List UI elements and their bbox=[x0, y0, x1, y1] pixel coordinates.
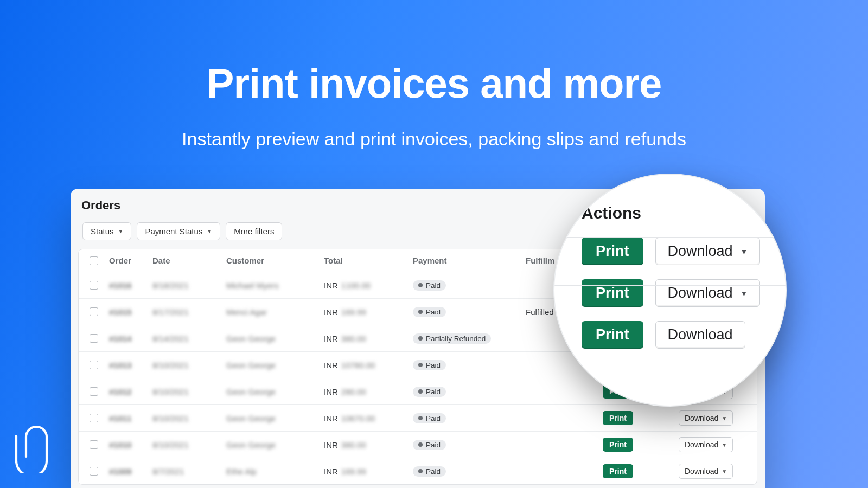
cell-total: INR169.99 bbox=[324, 307, 413, 317]
cell-total: INR1100.00 bbox=[324, 281, 413, 290]
cell-order: #1011 bbox=[109, 414, 152, 423]
chevron-down-icon: ▼ bbox=[741, 247, 748, 256]
download-button[interactable]: Download ▼ bbox=[679, 437, 733, 452]
promo-frame: Print invoices and more Instantly previe… bbox=[0, 0, 868, 488]
cell-payment: Partially Refunded bbox=[413, 333, 526, 344]
lens-row: Print Download ▼ bbox=[582, 237, 786, 265]
cell-customer: Geon George bbox=[226, 414, 324, 423]
status-dot-icon bbox=[418, 416, 423, 420]
filter-more-label: More filters bbox=[234, 227, 274, 236]
status-dot-icon bbox=[418, 389, 423, 394]
hero-block: Print invoices and more Instantly previe… bbox=[0, 0, 868, 150]
zoom-lens: Actions Print Download ▼ Print Download … bbox=[553, 174, 787, 407]
cell-customer: Ethe Alp bbox=[226, 467, 324, 476]
status-dot-icon bbox=[418, 310, 423, 314]
cell-customer: Menci Agar bbox=[226, 307, 324, 317]
filter-payment-status-label: Payment Status bbox=[145, 227, 202, 236]
cell-total: INR10670.00 bbox=[324, 414, 413, 423]
print-button[interactable]: Print bbox=[603, 438, 633, 452]
row-checkbox[interactable] bbox=[90, 307, 98, 316]
print-button[interactable]: Print bbox=[582, 279, 643, 307]
cell-customer: Geon George bbox=[226, 334, 324, 343]
row-checkbox[interactable] bbox=[90, 414, 98, 422]
hero-title: Print invoices and more bbox=[0, 0, 868, 107]
lens-row: Print Download bbox=[582, 321, 786, 349]
col-payment: Payment bbox=[413, 256, 526, 265]
cell-date: 8/10/2021 bbox=[152, 414, 226, 423]
cell-total: INR169.99 bbox=[324, 467, 413, 476]
lens-row: Print Download ▼ bbox=[582, 279, 786, 307]
download-button[interactable]: Download ▼ bbox=[679, 410, 733, 426]
table-row: #10108/10/2021Geon GeorgeINR380.00PaidPr… bbox=[79, 431, 757, 458]
hero-subtitle: Instantly preview and print invoices, pa… bbox=[0, 129, 868, 150]
print-button[interactable]: Print bbox=[603, 411, 633, 425]
brand-logo-icon bbox=[15, 419, 58, 473]
download-button-label: Download bbox=[668, 326, 733, 343]
cell-date: 8/18/2021 bbox=[152, 281, 226, 290]
download-button[interactable]: Download ▼ bbox=[655, 279, 761, 307]
row-checkbox[interactable] bbox=[90, 361, 98, 369]
status-dot-icon bbox=[418, 336, 423, 341]
cell-payment: Paid bbox=[413, 386, 526, 397]
chevron-down-icon: ▼ bbox=[741, 289, 748, 298]
filter-status-label: Status bbox=[91, 227, 114, 236]
chevron-down-icon: ▼ bbox=[722, 442, 727, 448]
cell-date: 8/7/2021 bbox=[152, 467, 226, 476]
filter-more[interactable]: More filters bbox=[226, 222, 282, 240]
cell-total: INR280.00 bbox=[324, 387, 413, 396]
chevron-down-icon: ▼ bbox=[722, 415, 727, 421]
col-date: Date bbox=[152, 256, 226, 265]
row-checkbox[interactable] bbox=[90, 334, 98, 343]
row-checkbox[interactable] bbox=[90, 387, 98, 396]
cell-payment: Paid bbox=[413, 466, 526, 477]
cell-total: INR380.00 bbox=[324, 440, 413, 450]
cell-order: #1014 bbox=[109, 334, 152, 343]
col-order: Order bbox=[109, 256, 152, 265]
col-total: Total bbox=[324, 256, 413, 265]
cell-total: INR10780.00 bbox=[324, 361, 413, 370]
status-dot-icon bbox=[418, 442, 423, 447]
cell-date: 8/14/2021 bbox=[152, 334, 226, 343]
download-button[interactable]: Download ▼ bbox=[655, 237, 761, 265]
chevron-down-icon: ▼ bbox=[722, 468, 727, 474]
cell-customer: Geon George bbox=[226, 440, 324, 450]
filter-status[interactable]: Status ▼ bbox=[82, 222, 131, 240]
chevron-down-icon: ▼ bbox=[118, 228, 124, 234]
cell-payment: Paid bbox=[413, 280, 526, 291]
print-button[interactable]: Print bbox=[603, 464, 633, 478]
cell-payment: Paid bbox=[413, 359, 526, 370]
cell-customer: Geon George bbox=[226, 387, 324, 396]
cell-customer: Geon George bbox=[226, 361, 324, 370]
cell-payment: Paid bbox=[413, 306, 526, 317]
filter-payment-status[interactable]: Payment Status ▼ bbox=[137, 222, 220, 240]
status-dot-icon bbox=[418, 283, 423, 287]
status-dot-icon bbox=[418, 363, 423, 367]
select-all-checkbox[interactable] bbox=[90, 256, 98, 265]
cell-date: 8/10/2021 bbox=[152, 361, 226, 370]
row-checkbox[interactable] bbox=[90, 281, 98, 290]
cell-order: #1015 bbox=[109, 307, 152, 317]
status-dot-icon bbox=[418, 469, 423, 473]
cell-date: 8/17/2021 bbox=[152, 307, 226, 317]
download-button-label: Download bbox=[668, 243, 733, 260]
cell-customer: Michael Myers bbox=[226, 281, 324, 290]
cell-order: #1010 bbox=[109, 440, 152, 450]
cell-order: #1009 bbox=[109, 467, 152, 476]
cell-order: #1013 bbox=[109, 361, 152, 370]
table-row: #10118/10/2021Geon GeorgeINR10670.00Paid… bbox=[79, 404, 757, 431]
print-button[interactable]: Print bbox=[582, 237, 643, 265]
table-row: #10098/7/2021Ethe AlpINR169.99PaidPrintD… bbox=[79, 458, 757, 484]
cell-date: 8/10/2021 bbox=[152, 440, 226, 450]
print-button[interactable]: Print bbox=[582, 321, 643, 349]
row-checkbox[interactable] bbox=[90, 467, 98, 476]
cell-order: #1012 bbox=[109, 387, 152, 396]
row-checkbox[interactable] bbox=[90, 440, 98, 449]
download-button[interactable]: Download ▼ bbox=[679, 464, 733, 479]
download-button[interactable]: Download bbox=[655, 321, 745, 349]
cell-total: INR380.00 bbox=[324, 334, 413, 343]
download-button-label: Download bbox=[668, 285, 733, 301]
chevron-down-icon: ▼ bbox=[207, 228, 212, 234]
col-customer: Customer bbox=[226, 256, 324, 265]
cell-payment: Paid bbox=[413, 439, 526, 450]
cell-order: #1016 bbox=[109, 281, 152, 290]
